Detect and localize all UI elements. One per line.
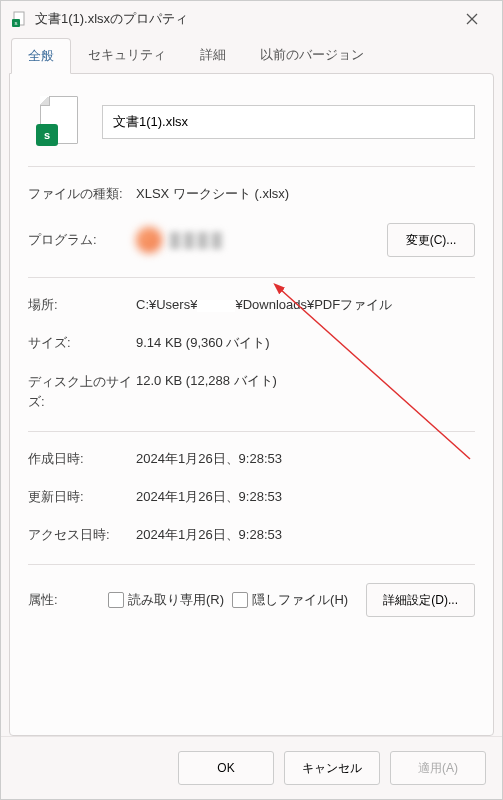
label-location: 場所:: [28, 296, 136, 314]
attributes-group: 読み取り専用(R) 隠しファイル(H): [108, 591, 348, 609]
file-badge: s: [36, 124, 58, 146]
row-created: 作成日時: 2024年1月26日、9:28:53: [28, 450, 475, 468]
advanced-attributes-button[interactable]: 詳細設定(D)...: [366, 583, 475, 617]
readonly-label: 読み取り専用(R): [128, 591, 224, 609]
file-header-row: s: [28, 96, 475, 148]
row-program: プログラム: ████ 変更(C)...: [28, 223, 475, 257]
label-disksize: ディスク上のサイズ:: [28, 372, 136, 411]
divider: [28, 166, 475, 167]
row-size: サイズ: 9.14 KB (9,360 バイト): [28, 334, 475, 352]
tab-strip: 全般 セキュリティ 詳細 以前のバージョン: [1, 37, 502, 73]
row-modified: 更新日時: 2024年1月26日、9:28:53: [28, 488, 475, 506]
change-program-button[interactable]: 変更(C)...: [387, 223, 475, 257]
divider: [28, 431, 475, 432]
program-name-blurred: ████: [170, 232, 387, 248]
tab-security[interactable]: セキュリティ: [71, 37, 183, 73]
row-location: 場所: C:¥Users¥¥Downloads¥PDFファイル: [28, 296, 475, 314]
label-attributes: 属性:: [28, 591, 108, 609]
label-program: プログラム:: [28, 231, 136, 249]
divider: [28, 564, 475, 565]
tab-previous-versions[interactable]: 以前のバージョン: [243, 37, 381, 73]
value-disksize: 12.0 KB (12,288 バイト): [136, 372, 475, 390]
close-button[interactable]: [452, 3, 492, 35]
label-created: 作成日時:: [28, 450, 136, 468]
titlebar: s 文書1(1).xlsxのプロパティ: [1, 1, 502, 37]
value-modified: 2024年1月26日、9:28:53: [136, 488, 475, 506]
hidden-check-item: 隠しファイル(H): [232, 591, 348, 609]
tab-details[interactable]: 詳細: [183, 37, 243, 73]
ok-button[interactable]: OK: [178, 751, 274, 785]
label-accessed: アクセス日時:: [28, 526, 136, 544]
dialog-footer: OK キャンセル 適用(A): [1, 736, 502, 799]
value-size: 9.14 KB (9,360 バイト): [136, 334, 475, 352]
readonly-check-item: 読み取り専用(R): [108, 591, 224, 609]
redacted-username: [197, 300, 235, 312]
cancel-button[interactable]: キャンセル: [284, 751, 380, 785]
label-modified: 更新日時:: [28, 488, 136, 506]
row-attributes: 属性: 読み取り専用(R) 隠しファイル(H) 詳細設定(D)...: [28, 583, 475, 617]
readonly-checkbox[interactable]: [108, 592, 124, 608]
hidden-checkbox[interactable]: [232, 592, 248, 608]
divider: [28, 277, 475, 278]
apply-button[interactable]: 適用(A): [390, 751, 486, 785]
properties-dialog: s 文書1(1).xlsxのプロパティ 全般 セキュリティ 詳細 以前のバージョ…: [0, 0, 503, 800]
value-filetype: XLSX ワークシート (.xlsx): [136, 185, 475, 203]
value-created: 2024年1月26日、9:28:53: [136, 450, 475, 468]
program-icon: [136, 227, 162, 253]
row-accessed: アクセス日時: 2024年1月26日、9:28:53: [28, 526, 475, 544]
row-filetype: ファイルの種類: XLSX ワークシート (.xlsx): [28, 185, 475, 203]
row-disksize: ディスク上のサイズ: 12.0 KB (12,288 バイト): [28, 372, 475, 411]
value-accessed: 2024年1月26日、9:28:53: [136, 526, 475, 544]
tab-general[interactable]: 全般: [11, 38, 71, 74]
label-size: サイズ:: [28, 334, 136, 352]
filename-input[interactable]: [102, 105, 475, 139]
file-icon: s: [36, 96, 84, 148]
tab-content: s ファイルの種類: XLSX ワークシート (.xlsx) プログラム: ██…: [9, 73, 494, 736]
label-filetype: ファイルの種類:: [28, 185, 136, 203]
hidden-label: 隠しファイル(H): [252, 591, 348, 609]
file-icon-small: s: [11, 11, 27, 27]
window-title: 文書1(1).xlsxのプロパティ: [35, 10, 452, 28]
value-location: C:¥Users¥¥Downloads¥PDFファイル: [136, 296, 475, 314]
svg-text:s: s: [15, 20, 18, 26]
